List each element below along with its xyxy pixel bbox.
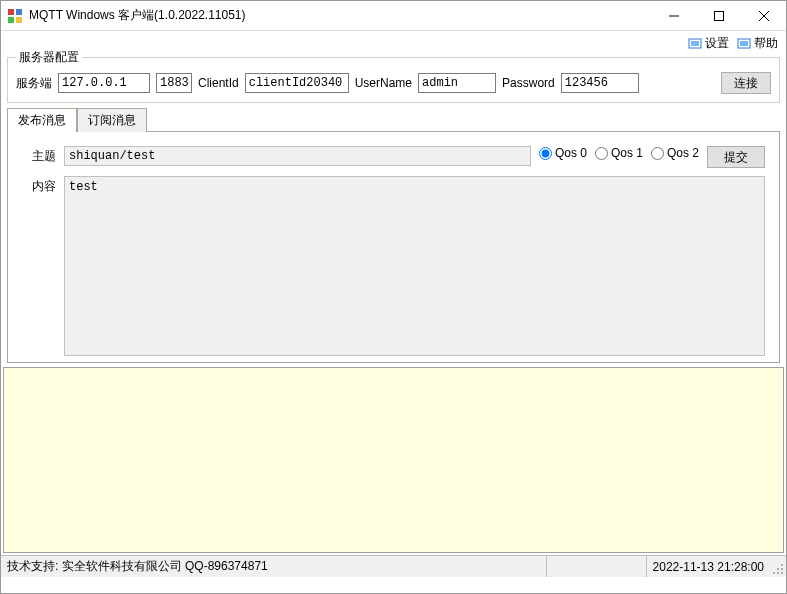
- svg-point-16: [777, 572, 779, 574]
- tab-content-publish: 主题 Qos 0 Qos 1 Qos 2 提交 内容: [7, 131, 780, 363]
- help-menu[interactable]: 帮助: [737, 35, 778, 52]
- qos0-option[interactable]: Qos 0: [539, 146, 587, 160]
- content-row: 内容: [22, 176, 765, 356]
- content-textarea[interactable]: [64, 176, 765, 356]
- resize-grip-icon[interactable]: [770, 556, 786, 577]
- settings-menu[interactable]: 设置: [688, 35, 729, 52]
- qos1-label: Qos 1: [611, 146, 643, 160]
- qos0-radio[interactable]: [539, 147, 552, 160]
- status-support: 技术支持: 实全软件科技有限公司 QQ-896374871: [1, 556, 547, 577]
- help-icon: [737, 36, 751, 50]
- clientid-input[interactable]: [245, 73, 349, 93]
- tabs: 发布消息 订阅消息: [7, 107, 780, 131]
- svg-point-13: [777, 568, 779, 570]
- svg-rect-11: [740, 41, 748, 46]
- server-config-title: 服务器配置: [16, 49, 82, 66]
- connect-button[interactable]: 连接: [721, 72, 771, 94]
- log-panel[interactable]: [3, 367, 784, 553]
- content-label: 内容: [22, 176, 56, 195]
- settings-label: 设置: [705, 35, 729, 52]
- svg-rect-3: [16, 17, 22, 23]
- svg-rect-9: [691, 41, 699, 46]
- server-input[interactable]: [58, 73, 150, 93]
- server-config-row: 服务端 ClientId UserName Password 连接: [16, 72, 771, 94]
- svg-point-17: [781, 572, 783, 574]
- qos1-radio[interactable]: [595, 147, 608, 160]
- tab-publish[interactable]: 发布消息: [7, 108, 77, 132]
- titlebar: MQTT Windows 客户端(1.0.2022.11051): [1, 1, 786, 31]
- close-button[interactable]: [741, 1, 786, 30]
- server-label: 服务端: [16, 75, 52, 92]
- svg-point-12: [781, 564, 783, 566]
- help-label: 帮助: [754, 35, 778, 52]
- username-input[interactable]: [418, 73, 496, 93]
- tab-subscribe[interactable]: 订阅消息: [77, 108, 147, 132]
- password-input[interactable]: [561, 73, 639, 93]
- svg-rect-5: [714, 11, 723, 20]
- qos2-option[interactable]: Qos 2: [651, 146, 699, 160]
- settings-icon: [688, 36, 702, 50]
- svg-rect-1: [16, 9, 22, 15]
- statusbar: 技术支持: 实全软件科技有限公司 QQ-896374871 2022-11-13…: [1, 555, 786, 577]
- svg-rect-2: [8, 17, 14, 23]
- svg-rect-0: [8, 9, 14, 15]
- window-controls: [651, 1, 786, 30]
- qos1-option[interactable]: Qos 1: [595, 146, 643, 160]
- password-label: Password: [502, 76, 555, 90]
- status-timestamp: 2022-11-13 21:28:00: [647, 560, 770, 574]
- server-config-group: 服务器配置 服务端 ClientId UserName Password 连接: [7, 57, 780, 103]
- clientid-label: ClientId: [198, 76, 239, 90]
- maximize-button[interactable]: [696, 1, 741, 30]
- window-title: MQTT Windows 客户端(1.0.2022.11051): [29, 7, 651, 24]
- minimize-button[interactable]: [651, 1, 696, 30]
- topic-label: 主题: [22, 146, 56, 165]
- svg-point-15: [773, 572, 775, 574]
- status-spacer: [547, 556, 647, 577]
- app-icon: [7, 8, 23, 24]
- qos2-label: Qos 2: [667, 146, 699, 160]
- qos2-radio[interactable]: [651, 147, 664, 160]
- port-input[interactable]: [156, 73, 192, 93]
- topic-input[interactable]: [64, 146, 531, 166]
- username-label: UserName: [355, 76, 412, 90]
- qos-group: Qos 0 Qos 1 Qos 2: [539, 146, 699, 160]
- topic-row: 主题 Qos 0 Qos 1 Qos 2 提交: [22, 146, 765, 168]
- menubar: 设置 帮助: [1, 31, 786, 55]
- submit-button[interactable]: 提交: [707, 146, 765, 168]
- svg-point-14: [781, 568, 783, 570]
- qos0-label: Qos 0: [555, 146, 587, 160]
